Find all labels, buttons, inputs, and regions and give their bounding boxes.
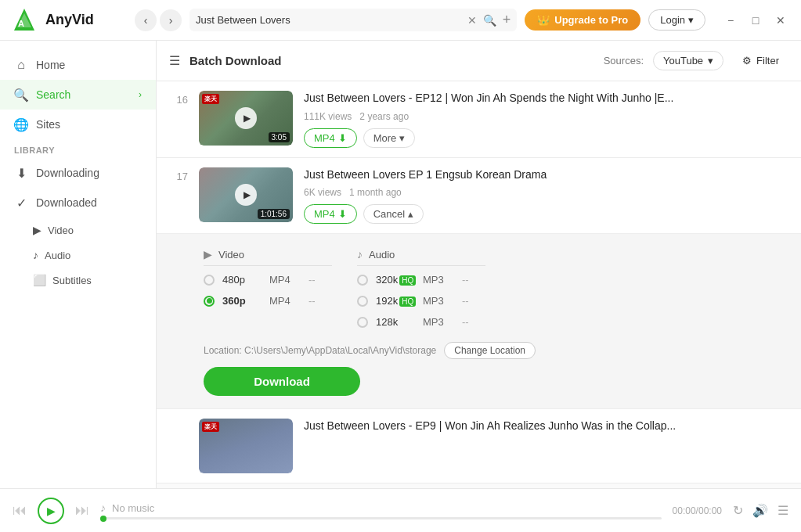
option-320k-size: -- — [462, 274, 485, 286]
video-options-column: ▶ Video 480p MP4 -- — [204, 243, 332, 332]
filter-button[interactable]: ⚙ Filter — [733, 52, 788, 70]
upgrade-button[interactable]: 👑 Upgrade to Pro — [525, 9, 640, 31]
radio-480p[interactable] — [204, 275, 215, 286]
player-no-music-label: No music — [112, 502, 154, 514]
rakuten-badge: 楽天 — [202, 422, 219, 432]
player-progress-bar[interactable] — [100, 517, 662, 519]
radio-192k[interactable] — [357, 296, 368, 307]
sidebar: ⌂ Home 🔍 Search › 🌐 Sites Library ⬇ Down… — [0, 41, 157, 488]
option-row-320k: 320kHQ MP3 -- — [357, 269, 485, 290]
playlist-button[interactable]: ☰ — [778, 503, 788, 518]
more-button[interactable]: More ▾ — [363, 128, 416, 148]
play-overlay: ▶ — [235, 107, 257, 129]
video-title: Just Between Lovers EP 1 Engsub Korean D… — [304, 167, 788, 183]
audio-col-label: Audio — [369, 249, 395, 261]
repeat-button[interactable]: ↻ — [733, 503, 743, 518]
cancel-button[interactable]: Cancel ▴ — [363, 204, 424, 224]
mp4-label: MP4 — [314, 208, 335, 220]
sidebar-item-search[interactable]: 🔍 Search › — [0, 80, 156, 110]
batch-download-label: Batch Download — [189, 54, 594, 67]
sidebar-item-subtitles[interactable]: ⬜ Subtitles — [0, 268, 156, 293]
option-480p-res: 480p — [222, 274, 262, 286]
sidebar-item-downloading[interactable]: ⬇ Downloading — [0, 158, 156, 188]
chevron-right-icon: › — [139, 89, 142, 100]
close-button[interactable]: ✕ — [770, 9, 792, 31]
minimize-button[interactable]: − — [720, 9, 741, 31]
radio-360p[interactable] — [204, 296, 215, 307]
volume-button[interactable]: 🔊 — [752, 503, 768, 518]
location-row: Location: C:\Users\Jemy\AppData\Local\An… — [204, 342, 788, 359]
option-480p-size: -- — [308, 274, 332, 286]
download-options-panel: ▶ Video 480p MP4 -- — [157, 233, 801, 408]
video-item-ep9: 楽天 Just Between Lovers - EP9 | Won Jin A… — [157, 409, 801, 483]
forward-button[interactable]: › — [160, 9, 182, 31]
video-item-17: 17 ▶ 1:01:56 Just Between Lovers EP 1 En… — [157, 158, 801, 410]
back-button[interactable]: ‹ — [135, 9, 157, 31]
audio-options-column: ♪ Audio 320kHQ MP3 -- 192k — [357, 243, 485, 332]
tab-bar: Just Between Lovers ✕ 🔍 + — [189, 9, 517, 31]
option-320k-res: 320kHQ — [376, 274, 415, 286]
video-thumbnail[interactable]: 楽天 — [199, 419, 293, 473]
mp4-label: MP4 — [314, 132, 335, 144]
sidebar-item-audio[interactable]: ♪ Audio — [0, 243, 156, 268]
chevron-down-icon: ▾ — [708, 55, 713, 66]
svg-text:A: A — [18, 19, 24, 28]
video-item-main: 楽天 Just Between Lovers - EP9 | Won Jin A… — [157, 409, 801, 483]
video-meta: 111K views 2 years ago — [304, 111, 788, 122]
duration-badge: 1:01:56 — [258, 209, 290, 219]
sidebar-item-label: Home — [36, 59, 65, 71]
rakuten-badge: 楽天 — [202, 94, 219, 104]
download-arrow-icon: ⬇ — [338, 132, 347, 144]
mp4-download-button[interactable]: MP4 ⬇ — [304, 204, 357, 224]
video-thumbnail[interactable]: 楽天 ▶ 3:05 — [199, 91, 293, 146]
tab-search-button[interactable]: 🔍 — [483, 14, 496, 27]
source-selector[interactable]: YouTube ▾ — [653, 51, 723, 70]
tab-close-button[interactable]: ✕ — [467, 14, 477, 27]
player-next-button[interactable]: ⏭ — [75, 502, 89, 519]
sidebar-item-home[interactable]: ⌂ Home — [0, 50, 156, 80]
options-grid: ▶ Video 480p MP4 -- — [204, 243, 788, 332]
sidebar-item-video[interactable]: ▶ Video — [0, 217, 156, 243]
globe-icon: 🌐 — [14, 117, 28, 131]
player-previous-button[interactable]: ⏮ — [13, 502, 27, 519]
youtube-label: YouTube — [663, 55, 703, 66]
video-item-main: 16 楽天 ▶ 3:05 Just Between Lovers - EP12 … — [157, 81, 801, 157]
hq-badge: HQ — [399, 275, 416, 286]
title-bar: A AnyVid ‹ › Just Between Lovers ✕ 🔍 + 👑… — [0, 0, 801, 41]
add-tab-button[interactable]: + — [503, 12, 511, 28]
radio-128k[interactable] — [357, 317, 368, 328]
crown-icon: 👑 — [537, 14, 550, 26]
video-icon: ▶ — [33, 224, 41, 236]
chevron-down-icon: ▾ — [399, 132, 405, 144]
sources-label: Sources: — [604, 55, 644, 66]
nav-buttons: ‹ › — [135, 9, 182, 31]
hq-badge: HQ — [399, 297, 416, 307]
option-360p-size: -- — [308, 295, 332, 307]
option-128k-res: 128k — [376, 316, 415, 328]
chevron-up-icon: ▴ — [408, 208, 413, 220]
cancel-label: Cancel — [373, 208, 405, 220]
sidebar-sub-label: Audio — [45, 250, 70, 261]
video-number: 16 — [169, 91, 188, 106]
player-track: ♪ No music — [100, 501, 662, 519]
video-list: 16 楽天 ▶ 3:05 Just Between Lovers - EP12 … — [157, 81, 801, 488]
video-actions: MP4 ⬇ More ▾ — [304, 128, 788, 148]
option-360p-res: 360p — [222, 295, 262, 307]
change-location-button[interactable]: Change Location — [444, 342, 536, 359]
sidebar-sub-label: Video — [48, 225, 74, 236]
sidebar-item-sites[interactable]: 🌐 Sites — [0, 110, 156, 139]
filter-icon: ⚙ — [742, 55, 752, 66]
video-info: Just Between Lovers - EP12 | Won Jin Ah … — [304, 91, 788, 148]
mp4-download-button[interactable]: MP4 ⬇ — [304, 128, 357, 148]
maximize-button[interactable]: □ — [745, 9, 767, 31]
location-text: Location: C:\Users\Jemy\AppData\Local\An… — [204, 345, 436, 356]
download-button[interactable]: Download — [204, 367, 360, 396]
radio-320k[interactable] — [357, 275, 368, 286]
player-time: 00:00/00:00 — [673, 505, 722, 516]
home-icon: ⌂ — [14, 58, 28, 72]
login-button[interactable]: Login ▾ — [648, 9, 705, 31]
sidebar-item-downloaded[interactable]: ✓ Downloaded — [0, 188, 156, 217]
video-thumbnail[interactable]: ▶ 1:01:56 — [199, 167, 293, 222]
player-play-button[interactable]: ▶ — [38, 498, 64, 524]
main-layout: ⌂ Home 🔍 Search › 🌐 Sites Library ⬇ Down… — [0, 41, 801, 488]
